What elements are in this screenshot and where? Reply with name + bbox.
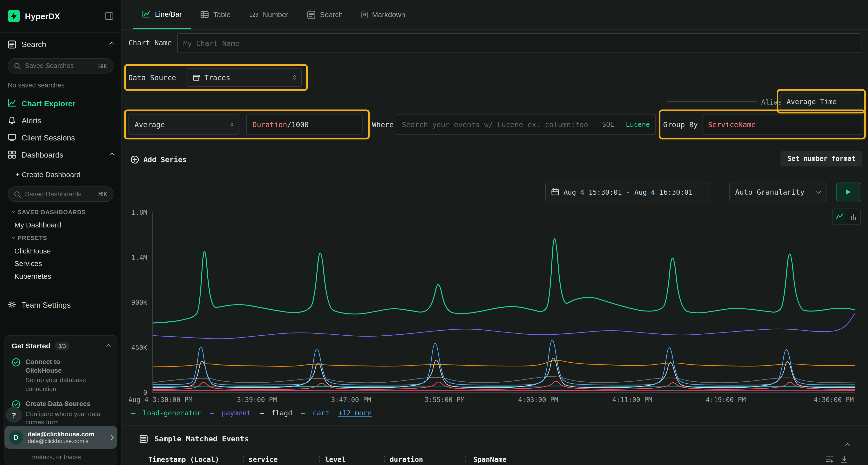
column-resize-handle[interactable]: ⋮ [462, 455, 469, 463]
sidebar-item-label: Dashboards [22, 150, 63, 159]
tab-markdown[interactable]: M Markdown [352, 0, 415, 29]
data-source-value: Traces [204, 73, 230, 81]
tab-search[interactable]: Search [298, 0, 352, 29]
user-menu[interactable]: D dale@clickhouse.com dale@clickhouse.co… [4, 426, 117, 449]
mode-divider: | [618, 121, 622, 128]
chevron-up-icon[interactable] [110, 42, 114, 46]
tab-label: Search [320, 10, 343, 19]
app-root: HyperDX Search ⌘K No saved searches Char… [0, 0, 868, 465]
legend-item-payment[interactable]: — payment [210, 409, 251, 417]
granularity-select[interactable]: Auto Granularity [729, 182, 827, 201]
legend-item-cart[interactable]: — cart [301, 409, 329, 417]
group-by-input[interactable]: ServiceName [702, 114, 863, 135]
sidebar-item-preset-kubernetes[interactable]: Kubernetes [0, 270, 121, 283]
set-number-format-button[interactable]: Set number format [780, 151, 863, 166]
tab-table[interactable]: Table [191, 0, 240, 29]
dashboard-name: My Dashboard [14, 221, 61, 229]
column-header-spanname[interactable]: SpanName [473, 455, 506, 464]
sample-events-header[interactable]: Sample Matched Events [140, 434, 249, 443]
get-started-item-partial-text: metrics, or traces [32, 454, 81, 460]
sidebar-item-my-dashboard[interactable]: My Dashboard [0, 219, 121, 231]
aggregation-value: Average [134, 120, 165, 128]
alias-input[interactable] [780, 93, 861, 110]
chevron-right-icon [109, 435, 114, 439]
user-email: dale@clickhouse.com [28, 431, 105, 437]
tab-label: Line/Bar [155, 10, 182, 18]
date-range-picker[interactable]: Aug 4 15:30:01 - Aug 4 16:30:01 [545, 182, 709, 201]
wrap-lines-icon[interactable] [826, 455, 834, 463]
alias-connector-line [667, 101, 757, 102]
saved-dashboards-input[interactable]: ⌘K [8, 187, 114, 202]
chevron-up-icon[interactable] [106, 343, 111, 348]
run-query-button[interactable] [836, 182, 860, 201]
presets-group[interactable]: PRESETS [0, 231, 121, 244]
y-axis-tick: 1.8M [122, 209, 147, 217]
column-resize-handle[interactable]: ⋮ [381, 455, 388, 463]
collapse-section-button[interactable] [846, 439, 849, 449]
tab-label: Number [263, 10, 288, 19]
number-123-icon: 123 [249, 12, 258, 18]
timeseries-chart[interactable] [152, 212, 855, 393]
grid-icon [8, 150, 16, 159]
sidebar-item-client-sessions[interactable]: Client Sessions [0, 129, 121, 146]
sidebar-item-preset-clickhouse[interactable]: ClickHouse [0, 244, 121, 257]
saved-searches-field[interactable] [25, 62, 94, 70]
gear-icon [8, 300, 16, 309]
calendar-icon [551, 188, 559, 196]
legend-more-link[interactable]: +12 more [338, 409, 372, 417]
get-started-item[interactable]: Create Data Sources Configure where your… [5, 396, 117, 429]
no-saved-searches-text: No saved searches [0, 77, 121, 94]
tab-line-bar[interactable]: Line/Bar [133, 0, 191, 29]
chart-name-field[interactable] [183, 39, 855, 47]
hyperdx-logo-icon [8, 10, 20, 22]
x-axis-tick: 4:11:00 PM [612, 396, 652, 404]
chevron-up-icon[interactable] [110, 152, 114, 157]
data-source-select[interactable]: Traces [187, 68, 302, 87]
saved-searches-input[interactable]: ⌘K [8, 58, 114, 73]
column-resize-handle[interactable]: ⋮ [240, 455, 247, 463]
download-icon[interactable] [840, 455, 848, 463]
lucene-mode-toggle[interactable]: Lucene [626, 121, 650, 128]
help-label: ? [11, 411, 16, 419]
sidebar-item-chart-explorer[interactable]: Chart Explorer [0, 95, 121, 112]
sidebar-collapse-icon[interactable] [105, 12, 114, 20]
get-started-item[interactable]: Connect to ClickHouse Set up your databa… [5, 354, 117, 396]
select-chevrons-icon [293, 76, 296, 79]
sidebar-item-team-settings[interactable]: Team Settings [0, 296, 121, 313]
column-resize-handle[interactable]: ⋮ [316, 455, 323, 463]
sidebar-item-dashboards[interactable]: Dashboards [0, 146, 121, 163]
chart-name-input[interactable] [177, 33, 862, 53]
field-expression-suffix: /1000 [287, 120, 309, 128]
chart-line-icon [8, 99, 16, 107]
column-header-level[interactable]: level [325, 455, 346, 464]
sidebar-item-label: Alerts [22, 116, 41, 125]
sidebar-item-create-dashboard[interactable]: + Create Dashboard [0, 166, 121, 182]
sidebar-section-search[interactable]: Search [0, 33, 121, 56]
column-header-service[interactable]: service [249, 455, 278, 464]
aggregation-select[interactable]: Average [128, 114, 239, 135]
aggregation-field-input[interactable]: Duration/1000 [246, 114, 363, 135]
sidebar-item-preset-services[interactable]: Services [0, 257, 121, 270]
alias-field[interactable] [787, 97, 856, 105]
legend-item-flagd[interactable]: — flagd [260, 409, 292, 417]
help-button[interactable]: ? [7, 408, 21, 422]
sql-mode-toggle[interactable]: SQL [602, 121, 614, 128]
section-divider [122, 426, 868, 426]
where-label: Where [372, 121, 394, 129]
add-series-button[interactable]: Add Series [131, 152, 187, 167]
saved-dashboards-group[interactable]: SAVED DASHBOARDS [0, 205, 121, 219]
tab-label: Markdown [372, 10, 405, 19]
sidebar-item-alerts[interactable]: Alerts [0, 112, 121, 129]
legend-item-load-generator[interactable]: — load-generator [131, 409, 201, 417]
y-axis-tick: 900K [122, 299, 147, 306]
column-header-duration[interactable]: duration [390, 455, 423, 464]
column-header-timestamp[interactable]: Timestamp (Local) [148, 455, 219, 464]
where-input[interactable]: SQL | Lucene [396, 114, 656, 135]
user-org: dale@clickhouse.com's [28, 437, 105, 444]
saved-dashboards-field[interactable] [25, 190, 94, 198]
get-started-item-desc: Configure where your data comes from [26, 409, 102, 427]
tab-number[interactable]: 123 Number [240, 0, 298, 29]
line-chart-icon [142, 10, 151, 18]
where-field[interactable] [402, 120, 598, 128]
get-started-progress-badge: 3/3 [55, 342, 69, 350]
